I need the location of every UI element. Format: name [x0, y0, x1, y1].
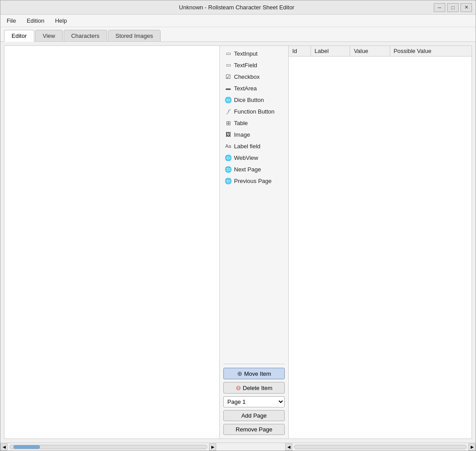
- menu-edition[interactable]: Edition: [22, 16, 49, 25]
- menu-file[interactable]: File: [2, 16, 20, 25]
- col-label: Label: [311, 46, 350, 57]
- delete-item-button[interactable]: Delete Item: [223, 382, 285, 394]
- textfield-icon: [224, 61, 232, 69]
- menu-bar: File Edition Help: [0, 15, 476, 27]
- col-value: Value: [350, 46, 390, 57]
- tool-table[interactable]: Table: [221, 117, 287, 129]
- tool-label-label: Label field: [234, 143, 260, 150]
- tool-dice-button[interactable]: Dice Button: [221, 94, 287, 106]
- prevpage-icon: [224, 177, 232, 185]
- toolbar-separator: [223, 364, 285, 364]
- move-item-button[interactable]: Move Item: [223, 368, 285, 379]
- page-select[interactable]: Page 1: [223, 396, 285, 407]
- props-header-row: Id Label Value Possible Value: [289, 46, 472, 57]
- props-scroll-left-btn[interactable]: ◀: [285, 443, 292, 451]
- tool-textfield-label: TextField: [234, 62, 257, 69]
- move-item-label: Move Item: [244, 370, 271, 377]
- properties-panel: Id Label Value Possible Value: [289, 45, 472, 439]
- canvas-scroll-thumb[interactable]: [13, 445, 40, 449]
- tool-image-label: Image: [234, 131, 250, 138]
- props-scrollbar[interactable]: ◀ ▶: [285, 443, 476, 451]
- delete-item-label: Delete Item: [243, 385, 272, 391]
- toolbar-bottom: Move Item Delete Item Page 1 Add Page Re…: [221, 366, 287, 437]
- tool-previous-page[interactable]: Previous Page: [221, 175, 287, 187]
- bottom-bars: ◀ ▶ ◀ ▶: [0, 443, 476, 451]
- remove-page-label: Remove Page: [236, 426, 272, 433]
- textinput-icon: [224, 49, 232, 57]
- close-button[interactable]: ✕: [460, 3, 472, 12]
- tool-webview[interactable]: WebView: [221, 152, 287, 163]
- properties-table: Id Label Value Possible Value: [289, 46, 472, 57]
- tab-stored-images[interactable]: Stored Images: [108, 30, 161, 41]
- toolbar-scrollbar-spacer: [216, 443, 285, 451]
- col-id: Id: [289, 46, 311, 57]
- main-content: TextInput TextField Checkbox TextArea Di…: [0, 42, 476, 443]
- dice-icon: [224, 96, 232, 104]
- toolbar-panel: TextInput TextField Checkbox TextArea Di…: [220, 45, 289, 439]
- tool-prevpage-label: Previous Page: [234, 178, 272, 184]
- checkbox-icon: [224, 73, 232, 81]
- tool-textinput-label: TextInput: [234, 50, 258, 57]
- canvas-area: [4, 46, 219, 439]
- function-icon: [224, 107, 232, 115]
- tool-function-label: Function Button: [234, 108, 274, 115]
- col-possible-value: Possible Value: [390, 46, 472, 57]
- canvas-scroll-track[interactable]: [9, 445, 207, 449]
- scroll-right-btn[interactable]: ▶: [209, 443, 216, 451]
- add-page-button[interactable]: Add Page: [223, 410, 285, 421]
- delete-icon: [236, 384, 241, 391]
- tool-webview-label: WebView: [234, 154, 258, 161]
- tab-view[interactable]: View: [35, 30, 63, 41]
- scroll-left-btn[interactable]: ◀: [0, 443, 8, 451]
- textarea-icon: [224, 84, 232, 92]
- tool-textinput[interactable]: TextInput: [221, 48, 287, 59]
- menu-help[interactable]: Help: [51, 16, 72, 25]
- tab-editor[interactable]: Editor: [4, 30, 34, 42]
- webview-icon: [224, 154, 232, 162]
- window-controls: ─ □ ✕: [434, 3, 472, 12]
- maximize-button[interactable]: □: [447, 3, 459, 12]
- tool-image[interactable]: Image: [221, 129, 287, 140]
- canvas-scrollbar[interactable]: ◀ ▶: [0, 443, 216, 451]
- table-icon: [224, 119, 232, 127]
- title-bar: Unknown - Rolisteam Character Sheet Edit…: [0, 0, 476, 15]
- minimize-button[interactable]: ─: [434, 3, 445, 12]
- page-selector-row: Page 1: [223, 396, 285, 407]
- tool-textarea[interactable]: TextArea: [221, 82, 287, 94]
- tool-checkbox-label: Checkbox: [234, 73, 260, 80]
- tab-characters[interactable]: Characters: [64, 30, 107, 41]
- tool-checkbox[interactable]: Checkbox: [221, 71, 287, 82]
- tool-dice-label: Dice Button: [234, 97, 264, 103]
- editor-canvas: [4, 45, 220, 439]
- remove-page-button[interactable]: Remove Page: [223, 424, 285, 435]
- label-icon: [224, 142, 232, 150]
- tool-label-field[interactable]: Label field: [221, 140, 287, 152]
- tool-function-button[interactable]: Function Button: [221, 106, 287, 117]
- tool-table-label: Table: [234, 120, 248, 126]
- props-scroll-right-btn[interactable]: ▶: [468, 443, 476, 451]
- nextpage-icon: [224, 165, 232, 173]
- tab-bar: Editor View Characters Stored Images: [0, 27, 476, 42]
- tool-textfield[interactable]: TextField: [221, 59, 287, 71]
- tool-textarea-label: TextArea: [234, 85, 257, 92]
- add-page-label: Add Page: [241, 412, 266, 419]
- window-title: Unknown - Rolisteam Character Sheet Edit…: [40, 4, 434, 11]
- move-icon: [237, 370, 242, 377]
- tool-next-page[interactable]: Next Page: [221, 163, 287, 175]
- tool-nextpage-label: Next Page: [234, 166, 261, 173]
- props-scroll-track[interactable]: [294, 445, 467, 449]
- main-window: Unknown - Rolisteam Character Sheet Edit…: [0, 0, 476, 451]
- image-icon: [224, 130, 232, 138]
